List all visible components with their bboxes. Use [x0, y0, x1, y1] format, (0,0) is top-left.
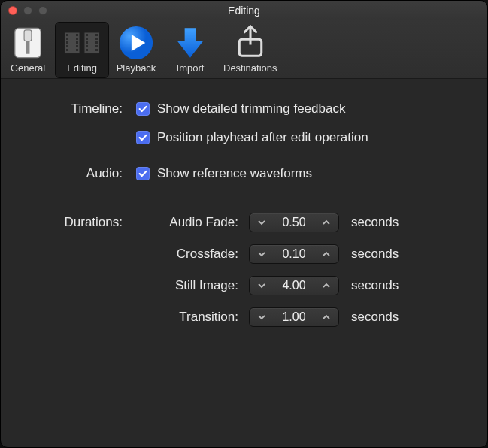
chevron-down-icon[interactable] — [254, 247, 269, 262]
check-icon — [138, 132, 148, 143]
tab-label: Editing — [67, 62, 97, 74]
tab-general[interactable]: General — [1, 22, 55, 78]
toolbar: General Editing — [1, 20, 487, 79]
download-arrow-icon — [170, 25, 211, 61]
tab-import[interactable]: Import — [163, 22, 217, 78]
tab-editing[interactable]: Editing — [55, 22, 109, 78]
svg-rect-20 — [95, 34, 98, 36]
svg-rect-18 — [86, 45, 88, 47]
svg-rect-7 — [66, 41, 68, 44]
chevron-up-icon[interactable] — [319, 215, 334, 230]
tab-label: Playback — [117, 62, 156, 74]
unit-label: seconds — [351, 215, 399, 230]
window-title: Editing — [1, 5, 487, 17]
durations-label: Durations: — [23, 215, 136, 230]
checkbox-label: Show reference waveforms — [157, 166, 312, 181]
unit-label: seconds — [351, 278, 399, 293]
tab-label: Destinations — [223, 62, 277, 74]
svg-rect-21 — [95, 38, 98, 40]
durations-row-still-image: Still Image: 4.00 seconds — [23, 276, 465, 295]
svg-rect-11 — [76, 38, 78, 40]
transition-label: Transition: — [136, 310, 249, 325]
crossfade-label: Crossfade: — [136, 247, 249, 262]
svg-rect-12 — [76, 41, 78, 44]
svg-rect-13 — [76, 45, 78, 47]
still-image-value: 4.00 — [278, 279, 310, 292]
tab-playback[interactable]: Playback — [109, 22, 163, 78]
svg-rect-24 — [95, 49, 98, 51]
preferences-window: Editing General — [0, 0, 488, 448]
timeline-row-1: Timeline: Show detailed trimming feedbac… — [23, 101, 465, 117]
content: Timeline: Show detailed trimming feedbac… — [1, 79, 487, 354]
svg-rect-2 — [24, 30, 32, 41]
checkbox-position-playhead[interactable] — [136, 131, 150, 144]
checkbox-label: Show detailed trimming feedback — [157, 101, 345, 117]
transition-value: 1.00 — [278, 310, 310, 324]
check-icon — [138, 104, 148, 114]
svg-rect-23 — [95, 45, 98, 47]
chevron-down-icon[interactable] — [254, 215, 269, 230]
svg-rect-6 — [66, 38, 68, 40]
svg-rect-10 — [76, 34, 78, 36]
svg-rect-17 — [86, 41, 88, 44]
tab-label: General — [11, 62, 45, 74]
unit-label: seconds — [351, 310, 399, 325]
still-image-stepper[interactable]: 4.00 — [249, 276, 339, 295]
durations-row-crossfade: Crossfade: 0.10 seconds — [23, 244, 465, 264]
svg-rect-19 — [86, 49, 88, 51]
timeline-row-2: Position playhead after edit operation — [23, 130, 465, 145]
chevron-down-icon[interactable] — [254, 278, 269, 293]
tab-label: Import — [177, 62, 205, 74]
checkbox-reference-waveforms[interactable] — [136, 167, 150, 180]
audio-label: Audio: — [23, 166, 136, 181]
chevron-up-icon[interactable] — [319, 310, 334, 325]
transition-stepper[interactable]: 1.00 — [249, 307, 339, 327]
svg-rect-5 — [66, 34, 68, 36]
audio-row-1: Audio: Show reference waveforms — [23, 166, 465, 181]
svg-rect-16 — [86, 38, 88, 40]
switch-icon — [8, 25, 48, 61]
check-icon — [138, 168, 148, 179]
svg-rect-14 — [76, 49, 78, 51]
chevron-up-icon[interactable] — [319, 247, 334, 262]
audio-fade-stepper[interactable]: 0.50 — [249, 213, 339, 232]
audio-fade-value: 0.50 — [278, 216, 310, 229]
svg-rect-15 — [86, 34, 88, 36]
audio-fade-label: Audio Fade: — [136, 215, 249, 230]
play-icon — [116, 25, 156, 61]
titlebar: Editing — [1, 1, 487, 20]
svg-rect-8 — [66, 45, 68, 47]
crossfade-stepper[interactable]: 0.10 — [249, 244, 339, 264]
share-icon — [230, 25, 271, 61]
chevron-down-icon[interactable] — [254, 310, 269, 325]
durations-row-audio-fade: Durations: Audio Fade: 0.50 seconds — [23, 213, 465, 232]
checkbox-detailed-trimming[interactable] — [136, 102, 150, 116]
filmstrip-icon — [62, 25, 102, 61]
checkbox-label: Position playhead after edit operation — [157, 130, 368, 145]
svg-rect-22 — [95, 41, 98, 44]
timeline-label: Timeline: — [23, 101, 136, 117]
chevron-up-icon[interactable] — [319, 278, 334, 293]
still-image-label: Still Image: — [136, 278, 249, 293]
crossfade-value: 0.10 — [278, 247, 310, 261]
durations-row-transition: Transition: 1.00 seconds — [23, 307, 465, 327]
tab-destinations[interactable]: Destinations — [217, 22, 283, 78]
svg-rect-9 — [66, 49, 68, 51]
unit-label: seconds — [351, 247, 399, 262]
